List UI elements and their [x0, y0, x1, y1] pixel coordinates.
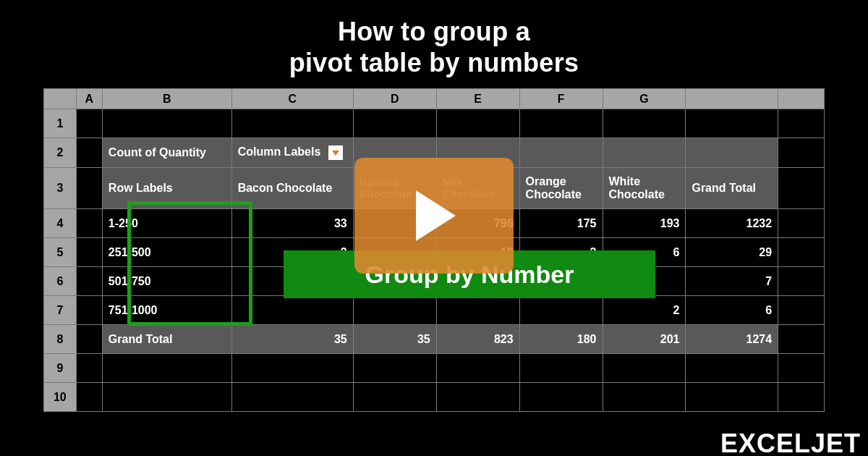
gt-white[interactable]: 201 [603, 325, 686, 354]
row-header-7[interactable]: 7 [44, 296, 77, 325]
row-header-9[interactable]: 9 [44, 354, 77, 383]
cell-A4[interactable] [76, 209, 102, 238]
play-button[interactable] [354, 158, 514, 274]
row-header-6[interactable]: 6 [44, 267, 77, 296]
svg-marker-1 [416, 190, 456, 241]
row-header-1[interactable]: 1 [44, 109, 77, 138]
val-banana-4[interactable] [353, 296, 436, 325]
cell-I7[interactable] [778, 296, 825, 325]
cell-F2[interactable] [519, 138, 603, 168]
cell-A2[interactable] [76, 138, 102, 168]
cell-A9[interactable] [76, 354, 102, 383]
col-header-blank2 [778, 89, 825, 109]
cell-A1[interactable] [76, 109, 102, 138]
cell-B10[interactable] [102, 383, 231, 412]
col-header-F[interactable]: F [519, 89, 603, 109]
val-white-4[interactable]: 2 [603, 296, 686, 325]
gt-orange[interactable]: 180 [519, 325, 603, 354]
cell-G1[interactable] [603, 109, 686, 138]
val-total-1[interactable]: 1232 [686, 209, 778, 238]
val-total-2[interactable]: 29 [686, 238, 778, 267]
cell-A6[interactable] [76, 267, 102, 296]
val-bacon-4[interactable] [231, 296, 353, 325]
cell-G10[interactable] [603, 383, 686, 412]
cell-H9[interactable] [686, 354, 778, 383]
val-milk-4[interactable] [436, 296, 519, 325]
cell-B1[interactable] [102, 109, 231, 138]
cell-I5[interactable] [778, 238, 825, 267]
cell-C10[interactable] [231, 383, 353, 412]
cell-A5[interactable] [76, 238, 102, 267]
row-header-3[interactable]: 3 [44, 168, 77, 209]
cell-H10[interactable] [686, 383, 778, 412]
cell-H1[interactable] [686, 109, 778, 138]
cell-G2[interactable] [603, 138, 686, 168]
col-header-E[interactable]: E [436, 89, 519, 109]
col-header-D[interactable]: D [353, 89, 436, 109]
cell-H2[interactable] [686, 138, 778, 168]
cell-column-labels[interactable]: Column Labels [231, 138, 353, 168]
grand-total-label[interactable]: Grand Total [102, 325, 231, 354]
cell-C9[interactable] [231, 354, 353, 383]
cell-G9[interactable] [603, 354, 686, 383]
svg-marker-0 [332, 151, 339, 156]
cell-I8[interactable] [778, 325, 825, 354]
val-bacon-1[interactable]: 33 [231, 209, 353, 238]
page-title: How to group a pivot table by numbers [0, 0, 868, 88]
cell-A3[interactable] [76, 168, 102, 209]
val-total-3[interactable]: 7 [686, 267, 778, 296]
cell-D9[interactable] [353, 354, 436, 383]
cell-E10[interactable] [436, 383, 519, 412]
gt-banana[interactable]: 35 [353, 325, 436, 354]
cell-E9[interactable] [436, 354, 519, 383]
cell-A8[interactable] [76, 325, 102, 354]
row-header-8[interactable]: 8 [44, 325, 77, 354]
cell-I4[interactable] [778, 209, 825, 238]
cell-A7[interactable] [76, 296, 102, 325]
col-header-G[interactable]: G [603, 89, 686, 109]
corner-cell [44, 89, 77, 109]
col-header-C[interactable]: C [231, 89, 353, 109]
row-header-2[interactable]: 2 [44, 138, 77, 168]
dropdown-icon[interactable] [328, 145, 343, 160]
cell-F10[interactable] [519, 383, 603, 412]
col-header-B[interactable]: B [102, 89, 231, 109]
column-header-row: A B C D E F G [44, 89, 825, 109]
rowlabel-251-500[interactable]: 251-500 [102, 238, 231, 267]
colhdr-white[interactable]: White Chocolate [603, 168, 686, 209]
cell-row-labels[interactable]: Row Labels [102, 168, 231, 209]
cell-B9[interactable] [102, 354, 231, 383]
colhdr-orange[interactable]: Orange Chocolate [519, 168, 603, 209]
colhdr-bacon[interactable]: Bacon Chocolate [231, 168, 353, 209]
cell-D10[interactable] [353, 383, 436, 412]
cell-A10[interactable] [76, 383, 102, 412]
cell-F1[interactable] [519, 109, 603, 138]
row-header-5[interactable]: 5 [44, 238, 77, 267]
val-total-4[interactable]: 6 [686, 296, 778, 325]
rowlabel-751-1000[interactable]: 751-1000 [102, 296, 231, 325]
rowlabel-501-750[interactable]: 501-750 [102, 267, 231, 296]
val-orange-4[interactable] [519, 296, 603, 325]
cell-I2[interactable] [778, 138, 825, 168]
cell-I3[interactable] [778, 168, 825, 209]
cell-I1[interactable] [778, 109, 825, 138]
colhdr-grand-total[interactable]: Grand Total [686, 168, 778, 209]
row-9: 9 [44, 354, 825, 383]
cell-E1[interactable] [436, 109, 519, 138]
cell-I10[interactable] [778, 383, 825, 412]
val-white-1[interactable]: 193 [603, 209, 686, 238]
cell-count-of-quantity[interactable]: Count of Quantity [102, 138, 231, 168]
gt-milk[interactable]: 823 [436, 325, 519, 354]
gt-total[interactable]: 1274 [686, 325, 778, 354]
rowlabel-1-250[interactable]: 1-250 [102, 209, 231, 238]
cell-F9[interactable] [519, 354, 603, 383]
col-header-A[interactable]: A [76, 89, 102, 109]
row-header-4[interactable]: 4 [44, 209, 77, 238]
val-orange-1[interactable]: 175 [519, 209, 603, 238]
cell-I6[interactable] [778, 267, 825, 296]
gt-bacon[interactable]: 35 [231, 325, 353, 354]
cell-I9[interactable] [778, 354, 825, 383]
cell-D1[interactable] [353, 109, 436, 138]
row-header-10[interactable]: 10 [44, 383, 77, 412]
cell-C1[interactable] [231, 109, 353, 138]
